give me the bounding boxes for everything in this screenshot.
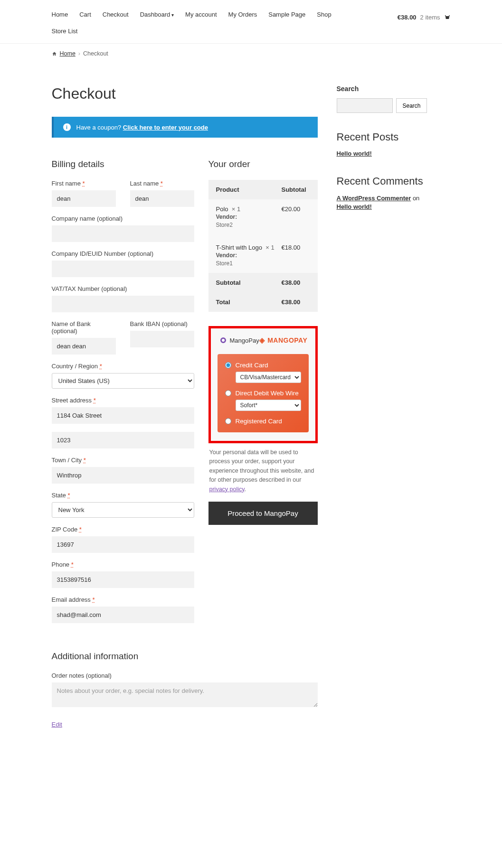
info-icon: i [63,123,71,131]
billing-heading: Billing details [52,159,194,169]
last-name-input[interactable] [130,190,194,207]
payment-box: MangoPay ◈ MANGOPAY Credit [208,326,318,443]
debit-select[interactable]: Sofort* [236,400,301,411]
recent-posts-heading: Recent Posts [337,131,427,143]
order-notes-input[interactable] [52,682,318,707]
credit-card-select[interactable]: CB/Visa/Mastercard [236,372,301,383]
nav-my-orders[interactable]: My Orders [228,7,264,28]
last-name-label: Last name * [130,180,194,187]
company-label: Company name (optional) [52,215,194,222]
subtotal-col-header: Subtotal [282,186,310,193]
proceed-button[interactable]: Proceed to MangoPay [208,502,318,525]
company-id-label: Company ID/EUID Number (optional) [52,250,194,257]
nav-home[interactable]: Home [52,7,75,28]
registered-card-radio[interactable] [225,418,231,424]
country-label: Country / Region * [52,363,194,370]
search-input[interactable] [337,98,393,113]
zip-input[interactable] [52,536,194,553]
gateway-radio-icon[interactable] [220,337,226,343]
gateway-name: MangoPay [230,337,259,344]
nav-checkout[interactable]: Checkout [103,7,135,28]
credit-card-label[interactable]: Credit Card [236,362,268,369]
breadcrumb-home[interactable]: Home [60,50,76,57]
country-select[interactable]: United States (US) [52,373,194,389]
bank-label: Name of Bank (optional) [52,320,116,335]
breadcrumb-separator: › [78,50,80,57]
total-value: €38.00 [282,299,310,306]
phone-input[interactable] [52,571,194,588]
vendor-block: Vendor: Store1 [208,252,318,273]
coupon-text: Have a coupon? [76,124,122,131]
cart-amount: €38.00 [398,14,417,21]
coupon-banner: i Have a coupon? Click here to enter you… [52,117,318,138]
recent-post-link[interactable]: Hello world! [337,150,372,157]
search-heading: Search [337,85,427,93]
recent-comments-heading: Recent Comments [337,175,427,187]
credit-card-radio[interactable] [225,362,231,368]
nav-dashboard[interactable]: Dashboard [140,7,180,28]
company-input[interactable] [52,225,194,242]
order-item: T-Shirt with Logo × 1 €18.00 [208,234,318,252]
nav-sample-page[interactable]: Sample Page [268,7,312,28]
additional-heading: Additional information [52,651,318,662]
search-button[interactable]: Search [396,98,426,113]
registered-card-label[interactable]: Registered Card [236,418,282,425]
company-id-input[interactable] [52,261,194,277]
vat-input[interactable] [52,296,194,312]
order-item: Polo × 1 €20.00 [208,199,318,214]
vendor-block: Vendor: Store2 [208,214,318,234]
city-input[interactable] [52,467,194,484]
commented-post-link[interactable]: Hello world! [337,203,372,210]
state-label: State * [52,492,194,499]
mangopay-logo-icon: ◈ [259,336,265,345]
commenter-link[interactable]: A WordPress Commenter [337,195,411,202]
vat-label: VAT/TAX Number (optional) [52,285,194,292]
subtotal-label: Subtotal [216,279,282,286]
nav-cart[interactable]: Cart [79,7,98,28]
iban-label: Bank IBAN (optional) [130,320,194,327]
page-title: Checkout [52,85,318,103]
home-icon [52,51,57,56]
mangopay-logo: ◈ MANGOPAY [259,336,308,345]
edit-link[interactable]: Edit [52,721,62,728]
city-label: Town / City * [52,457,194,464]
privacy-text: Your personal data will be used to proce… [208,448,318,494]
street1-input[interactable] [52,407,194,424]
recent-comment: A WordPress Commenter on Hello world! [337,194,427,211]
order-heading: Your order [208,159,318,169]
bank-input[interactable] [52,338,116,355]
privacy-policy-link[interactable]: privacy policy [209,486,245,493]
email-label: Email address * [52,596,194,603]
cart-widget[interactable]: €38.00 2 items [398,14,451,21]
first-name-label: First name * [52,180,116,187]
nav-menu: Home Cart Checkout Dashboard My account … [52,7,338,28]
first-name-input[interactable] [52,190,116,207]
email-input[interactable] [52,607,194,623]
cart-items-count: 2 items [420,14,440,21]
nav-my-account[interactable]: My account [185,7,223,28]
nav-row-2: Store List [52,28,451,39]
state-select[interactable]: New York [52,502,194,518]
breadcrumb: Home › Checkout [52,44,451,64]
coupon-link[interactable]: Click here to enter your code [123,124,208,131]
total-label: Total [216,299,282,306]
debit-label[interactable]: Direct Debit Web Wire [236,390,299,397]
breadcrumb-current: Checkout [83,50,108,57]
nav-store-list[interactable]: Store List [52,28,78,35]
zip-label: ZIP Code * [52,526,194,533]
payment-options: Credit Card CB/Visa/Mastercard Direct De… [218,354,309,432]
street2-input[interactable] [52,432,194,448]
street-label: Street address * [52,397,194,404]
debit-radio[interactable] [225,390,231,396]
phone-label: Phone * [52,561,194,568]
nav-shop[interactable]: Shop [317,7,338,28]
order-table: Product Subtotal Polo × 1 €20.00 Vendor:… [208,180,318,312]
iban-input[interactable] [130,331,194,347]
subtotal-value: €38.00 [282,279,310,286]
order-notes-label: Order notes (optional) [52,672,318,679]
top-navigation: Home Cart Checkout Dashboard My account … [52,0,451,28]
product-col-header: Product [216,186,282,193]
basket-icon [444,14,451,21]
